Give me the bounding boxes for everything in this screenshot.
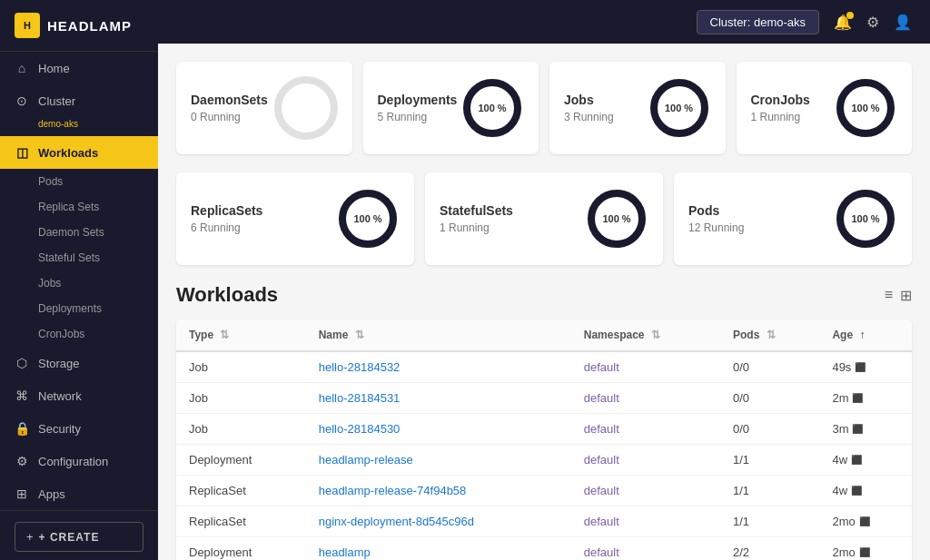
link-namespace-4[interactable]: default: [584, 484, 619, 497]
link-name-3[interactable]: headlamp-release: [319, 453, 413, 467]
sidebar-item-cluster[interactable]: ⊙ Cluster: [0, 84, 158, 117]
col-name[interactable]: Name ⇅: [306, 319, 571, 351]
cell-namespace-4: default: [571, 476, 720, 506]
cell-age-2: 3m ⬛: [819, 414, 912, 445]
table-row: Deployment headlamp default 2/2 2mo ⬛: [176, 537, 912, 561]
cube-icon-4: ⬛: [851, 486, 862, 496]
age-cell-6: 2mo ⬛: [832, 545, 899, 559]
cube-icon-1: ⬛: [852, 393, 863, 403]
stat-replicasets-info: ReplicaSets 6 Running: [191, 203, 262, 234]
stat-deployments-sub: 5 Running: [378, 111, 458, 123]
cell-type-4: ReplicaSet: [176, 476, 306, 506]
stat-pods-title: Pods: [688, 203, 744, 218]
stat-jobs-title: Jobs: [564, 93, 614, 107]
stat-cronjobs-sub: 1 Running: [751, 111, 810, 123]
filter-icon[interactable]: ≡: [885, 287, 893, 303]
stat-daemonsets: DaemonSets 0 Running: [176, 62, 352, 154]
sidebar-sub-jobs[interactable]: Jobs: [0, 270, 158, 296]
cluster-badge[interactable]: Cluster: demo-aks: [697, 10, 819, 34]
storage-icon: ⬡: [15, 356, 29, 370]
sidebar-item-home[interactable]: ⌂ Home: [0, 52, 158, 84]
settings-icon[interactable]: ⚙: [866, 14, 879, 31]
table-header-row: Type ⇅ Name ⇅ Namespace ⇅ Pods ⇅ Age ↑: [176, 319, 912, 351]
sidebar-sub-pods[interactable]: Pods: [0, 169, 158, 194]
configuration-icon: ⚙: [15, 454, 29, 468]
cell-age-0: 49s ⬛: [819, 351, 912, 383]
link-namespace-1[interactable]: default: [584, 391, 619, 405]
sidebar-sub-replicasets[interactable]: Replica Sets: [0, 194, 158, 220]
deployments-donut: 100 %: [460, 76, 524, 140]
content-area: DaemonSets 0 Running Deployments 5 Runni…: [158, 44, 930, 560]
age-cell-2: 3m ⬛: [832, 422, 899, 436]
col-type[interactable]: Type ⇅: [176, 319, 306, 351]
workloads-title: Workloads: [176, 283, 278, 307]
link-namespace-0[interactable]: default: [584, 360, 619, 374]
sidebar-bottom: + + CREATE v1.23.12 ⊙: [0, 510, 158, 560]
cell-type-3: Deployment: [176, 445, 306, 476]
cell-type-1: Job: [176, 383, 306, 414]
cluster-icon: ⊙: [15, 93, 29, 108]
stat-pods-info: Pods 12 Running: [688, 203, 744, 234]
cell-age-5: 2mo ⬛: [819, 506, 912, 537]
stat-replicasets-title: ReplicaSets: [191, 203, 262, 218]
sidebar-item-storage[interactable]: ⬡ Storage: [0, 347, 158, 379]
sidebar-sub-statefulsets[interactable]: Stateful Sets: [0, 245, 158, 270]
deployments-percent: 100 %: [478, 103, 506, 113]
age-cell-0: 49s ⬛: [832, 360, 899, 374]
link-namespace-2[interactable]: default: [584, 422, 619, 436]
sidebar-item-security[interactable]: 🔒 Security: [0, 412, 158, 445]
cell-age-4: 4w ⬛: [819, 476, 912, 506]
cell-age-3: 4w ⬛: [819, 445, 912, 476]
stat-cronjobs: CronJobs 1 Running 100 %: [737, 62, 913, 154]
col-namespace[interactable]: Namespace ⇅: [571, 319, 720, 351]
age-cell-3: 4w ⬛: [832, 453, 899, 467]
age-cell-4: 4w ⬛: [832, 484, 899, 497]
link-name-4[interactable]: headlamp-release-74f94b58: [319, 484, 467, 497]
sidebar-sub-deployments[interactable]: Deployments: [0, 296, 158, 321]
logo-area: H HEADLAMP: [0, 0, 158, 52]
link-name-5[interactable]: nginx-deployment-8d545c96d: [319, 515, 474, 528]
cell-pods-2: 0/0: [720, 414, 819, 445]
workloads-table-wrap: Type ⇅ Name ⇅ Namespace ⇅ Pods ⇅ Age ↑ J…: [176, 319, 912, 560]
replicasets-donut: 100 %: [336, 187, 400, 251]
workloads-section-header: Workloads ≡ ⊞: [176, 283, 912, 307]
workloads-table: Type ⇅ Name ⇅ Namespace ⇅ Pods ⇅ Age ↑ J…: [176, 319, 912, 560]
stat-replicasets-sub: 6 Running: [191, 221, 262, 234]
sidebar-item-network[interactable]: ⌘ Network: [0, 379, 158, 412]
sidebar-item-apps[interactable]: ⊞ Apps: [0, 477, 158, 510]
cell-name-2: hello-28184530: [306, 414, 571, 445]
col-pods[interactable]: Pods ⇅: [720, 319, 819, 351]
cell-name-1: hello-28184531: [306, 383, 571, 414]
link-namespace-6[interactable]: default: [584, 545, 619, 559]
create-button[interactable]: + + CREATE: [15, 522, 143, 552]
cluster-name: demo-aks: [0, 117, 158, 136]
cube-icon-0: ⬛: [855, 362, 866, 372]
link-namespace-3[interactable]: default: [584, 453, 619, 467]
stats-row-2: ReplicaSets 6 Running 100 % StatefulSets…: [176, 172, 912, 265]
link-name-2[interactable]: hello-28184530: [319, 422, 401, 436]
user-icon[interactable]: 👤: [894, 14, 912, 31]
stat-daemonsets-title: DaemonSets: [191, 93, 268, 107]
notification-wrapper: 🔔: [834, 14, 852, 31]
link-name-1[interactable]: hello-28184531: [319, 391, 401, 405]
cronjobs-donut: 100 %: [834, 76, 897, 140]
replicasets-percent: 100 %: [353, 213, 381, 224]
link-namespace-5[interactable]: default: [584, 515, 619, 528]
cell-age-6: 2mo ⬛: [819, 537, 912, 561]
link-name-0[interactable]: hello-28184532: [319, 360, 401, 374]
cube-icon-5: ⬛: [859, 516, 870, 526]
stat-cronjobs-info: CronJobs 1 Running: [751, 93, 810, 123]
sidebar-sub-cronjobs[interactable]: CronJobs: [0, 321, 158, 347]
sidebar-item-workloads[interactable]: ◫ Workloads: [0, 136, 158, 169]
link-name-6[interactable]: headlamp: [319, 545, 371, 559]
cell-type-6: Deployment: [176, 537, 306, 561]
table-row: Job hello-28184531 default 0/0 2m ⬛: [176, 383, 912, 414]
table-row: Deployment headlamp-release default 1/1 …: [176, 445, 912, 476]
sidebar-sub-daemonsets[interactable]: Daemon Sets: [0, 220, 158, 245]
jobs-percent: 100 %: [665, 103, 693, 113]
sidebar-item-configuration[interactable]: ⚙ Configuration: [0, 445, 158, 477]
home-icon: ⌂: [15, 61, 29, 75]
col-age[interactable]: Age ↑: [819, 319, 912, 351]
view-icon[interactable]: ⊞: [900, 287, 912, 304]
cell-pods-4: 1/1: [720, 476, 819, 506]
